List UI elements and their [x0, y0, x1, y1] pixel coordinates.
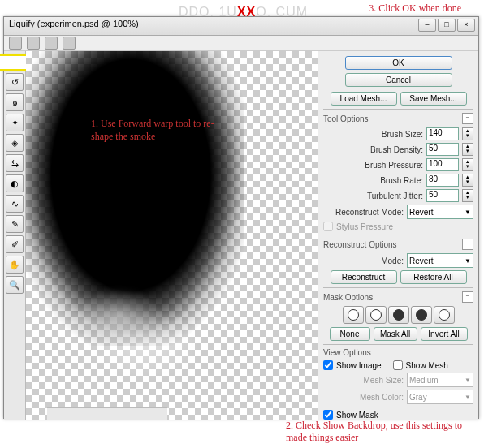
collapse-icon[interactable]: −	[462, 291, 473, 303]
save-mesh-button[interactable]: Save Mesh...	[400, 92, 467, 106]
toolbar-icon[interactable]	[45, 37, 58, 50]
hand-tool-icon[interactable]: ✋	[6, 256, 24, 274]
thaw-mask-tool-icon[interactable]: ✐	[6, 235, 24, 253]
show-image-label: Show Image	[336, 361, 382, 370]
toolbar-strip	[4, 36, 478, 51]
stylus-pressure-label: Stylus Pressure	[336, 222, 393, 231]
turbulent-jitter-label: Turbulent Jitter:	[323, 192, 423, 200]
mesh-size-label: Mesh Size:	[323, 376, 404, 385]
artwork-smoke	[67, 286, 197, 384]
maximize-button[interactable]: □	[438, 19, 456, 32]
bloat-tool-icon[interactable]: ◈	[6, 134, 24, 152]
spinner-icon[interactable]: ▴▾	[462, 189, 473, 202]
mask-subtract-icon[interactable]	[388, 306, 409, 324]
brush-rate-input[interactable]: 80	[426, 174, 459, 187]
toolbar-icon[interactable]	[27, 37, 40, 50]
chevron-down-icon: ▼	[465, 209, 471, 216]
chevron-down-icon: ▼	[465, 257, 471, 265]
brush-rate-label: Brush Rate:	[323, 176, 423, 185]
collapse-icon[interactable]: −	[462, 113, 473, 124]
stylus-pressure-checkbox	[323, 222, 333, 231]
annotation-1: 1. Use Forward warp tool to re-shape the…	[91, 118, 221, 143]
horizontal-scrollbar[interactable]	[47, 407, 167, 420]
window-title: Liquify (experimen.psd @ 100%)	[9, 19, 139, 28]
titlebar[interactable]: Liquify (experimen.psd @ 100%) – □ ×	[4, 17, 478, 36]
mesh-color-select: Gray▼	[407, 390, 473, 404]
brush-pressure-input[interactable]: 100	[426, 158, 459, 171]
reconstruct-mode-label: Reconstruct Mode:	[323, 208, 404, 217]
reconstruct-mode-select[interactable]: Revert▼	[407, 205, 473, 219]
show-mask-checkbox[interactable]	[323, 410, 333, 420]
mirror-tool-icon[interactable]: ◐	[6, 174, 24, 192]
mask-none-button[interactable]: None	[330, 327, 370, 341]
annotation-2: 2. Check Show Backdrop, use this setting…	[286, 420, 465, 445]
reconstruct-options-group: Reconstruct Options− Mode:Revert▼ Recons…	[323, 235, 473, 284]
collapse-icon[interactable]: −	[462, 239, 473, 250]
mesh-color-label: Mesh Color:	[323, 393, 404, 402]
spinner-icon[interactable]: ▴▾	[462, 127, 473, 140]
push-left-tool-icon[interactable]: ⇆	[6, 154, 24, 172]
brush-density-label: Brush Density:	[323, 145, 423, 154]
options-panel: OK Cancel Load Mesh... Save Mesh... Tool…	[318, 51, 478, 420]
show-mesh-label: Show Mesh	[406, 361, 448, 370]
reconstruct-tool-icon[interactable]: ↺	[6, 73, 24, 91]
brush-size-input[interactable]: 140	[426, 127, 459, 140]
group-title: Reconstruct Options	[323, 240, 397, 249]
recon-mode-select[interactable]: Revert▼	[407, 253, 473, 268]
preview-canvas[interactable]: 1. Use Forward warp tool to re-shape the…	[26, 51, 318, 420]
load-mesh-button[interactable]: Load Mesh...	[331, 92, 397, 106]
recon-mode-label: Mode:	[323, 256, 404, 265]
restore-all-button[interactable]: Restore All	[400, 270, 467, 284]
group-title: Mask Options	[323, 293, 373, 302]
tool-palette: ⤽ ↺ ๑ ✦ ◈ ⇆ ◐ ∿ ✎ ✐ ✋ 🔍	[4, 51, 26, 420]
mask-options-group: Mask Options− None Mask All Invert All	[323, 287, 473, 341]
brush-size-label: Brush Size:	[323, 130, 423, 139]
pucker-tool-icon[interactable]: ✦	[6, 114, 24, 131]
close-button[interactable]: ×	[457, 19, 475, 32]
brush-pressure-label: Brush Pressure:	[323, 161, 423, 170]
freeze-mask-tool-icon[interactable]: ✎	[6, 215, 24, 233]
ok-button[interactable]: OK	[345, 56, 452, 70]
minimize-button[interactable]: –	[418, 19, 436, 32]
tool-options-group: Tool Options− Brush Size:140▴▾ Brush Den…	[323, 109, 473, 231]
cancel-button[interactable]: Cancel	[345, 73, 452, 87]
toolbar-icon[interactable]	[63, 37, 76, 50]
watermark-text: DDO. 1UXXO. CUM	[179, 5, 308, 19]
group-title: Tool Options	[323, 114, 369, 123]
zoom-tool-icon[interactable]: 🔍	[6, 276, 24, 294]
reconstruct-button[interactable]: Reconstruct	[331, 270, 397, 284]
view-options-group: View Options Show Image Show Mesh Mesh S…	[323, 344, 473, 420]
mask-all-button[interactable]: Mask All	[374, 327, 417, 341]
show-image-checkbox[interactable]	[323, 360, 333, 370]
mask-invert-icon[interactable]	[434, 306, 455, 324]
turbulent-jitter-input[interactable]: 50	[426, 189, 459, 202]
group-title: View Options	[323, 348, 371, 357]
mesh-size-select: Medium▼	[407, 373, 473, 387]
turbulence-tool-icon[interactable]: ∿	[6, 195, 24, 213]
mask-replace-icon[interactable]	[343, 306, 364, 324]
annotation-3: 3. Click OK when done	[369, 2, 461, 15]
spinner-icon[interactable]: ▴▾	[462, 158, 473, 171]
spinner-icon[interactable]: ▴▾	[462, 143, 473, 156]
spinner-icon[interactable]: ▴▾	[462, 174, 473, 187]
toolbar-icon[interactable]	[9, 37, 22, 50]
liquify-dialog: Liquify (experimen.psd @ 100%) – □ × ⤽ ↺…	[3, 16, 479, 419]
brush-density-input[interactable]: 50	[426, 143, 459, 156]
show-mask-label: Show Mask	[336, 411, 378, 420]
twirl-tool-icon[interactable]: ๑	[6, 93, 24, 111]
show-mesh-checkbox[interactable]	[393, 360, 403, 370]
mask-add-icon[interactable]	[365, 306, 387, 324]
invert-all-button[interactable]: Invert All	[421, 327, 468, 341]
mask-intersect-icon[interactable]	[411, 306, 432, 324]
